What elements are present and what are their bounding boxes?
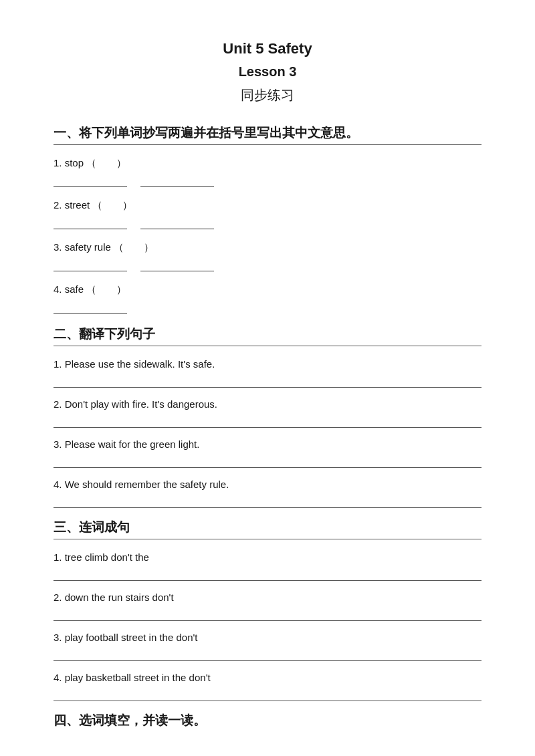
word-label-3: 3. safety rule （ ）: [54, 241, 154, 253]
section3: 三、连词成句 1. tree climb don't the 2. down t…: [54, 519, 481, 701]
sentence-text-s3-1: 1. tree climb don't the: [54, 551, 149, 563]
blank-2a[interactable]: [54, 216, 127, 229]
word-label-4: 4. safe （ ）: [54, 283, 126, 295]
underline-row-3: [54, 258, 481, 271]
sentence-item-s3-4: 4. play basketball street in the don't: [54, 672, 481, 684]
word-item-4: 4. safe （ ）: [54, 283, 481, 296]
word-label-2: 2. street （ ）: [54, 199, 132, 211]
blank-3b[interactable]: [140, 258, 214, 271]
word-label-1: 1. stop （ ）: [54, 157, 126, 168]
word-item-3: 3. safety rule （ ）: [54, 241, 481, 254]
unit-title: Unit 5 Safety: [54, 40, 481, 57]
sentence-item-4: 4. We should remember the safety rule.: [54, 479, 481, 491]
sentence-item-s3-3: 3. play football street in the don't: [54, 632, 481, 644]
section1: 一、将下列单词抄写两遍并在括号里写出其中文意思。 1. stop （ ） 2. …: [54, 124, 481, 313]
section1-heading: 一、将下列单词抄写两遍并在括号里写出其中文意思。: [54, 124, 481, 145]
answer-line-s3-4[interactable]: [54, 686, 481, 701]
blank-3a[interactable]: [54, 258, 127, 271]
sentence-text-4: 4. We should remember the safety rule.: [54, 479, 229, 490]
sentence-item-3: 3. Please wait for the green light.: [54, 438, 481, 451]
subtitle-cn: 同步练习: [54, 86, 481, 104]
underline-row-2: [54, 216, 481, 229]
underline-row-4: [54, 300, 481, 313]
blank-1b[interactable]: [140, 174, 214, 187]
sentence-text-s3-3: 3. play football street in the don't: [54, 632, 198, 643]
section2-heading: 二、翻译下列句子: [54, 326, 481, 346]
sentence-text-3: 3. Please wait for the green light.: [54, 438, 199, 450]
sentence-item-s3-2: 2. down the run stairs don't: [54, 592, 481, 604]
sentence-item-1: 1. Please use the sidewalk. It's safe.: [54, 358, 481, 370]
answer-line-s2-2[interactable]: [54, 413, 481, 428]
lesson-title: Lesson 3: [54, 64, 481, 80]
word-item-2: 2. street （ ）: [54, 199, 481, 212]
underline-row-1: [54, 174, 481, 187]
section4-heading: 四、选词填空，并读一读。: [54, 712, 481, 732]
sentence-item-2: 2. Don't play with fire. It's dangerous.: [54, 398, 481, 410]
blank-2b[interactable]: [140, 216, 214, 229]
sentence-text-s3-4: 4. play basketball street in the don't: [54, 672, 211, 683]
sentence-text-2: 2. Don't play with fire. It's dangerous.: [54, 398, 217, 410]
blank-4a[interactable]: [54, 300, 127, 313]
blank-1a[interactable]: [54, 174, 127, 187]
sentence-text-1: 1. Please use the sidewalk. It's safe.: [54, 358, 215, 370]
answer-line-s3-2[interactable]: [54, 606, 481, 621]
section3-heading: 三、连词成句: [54, 519, 481, 539]
word-item-1: 1. stop （ ）: [54, 157, 481, 170]
answer-line-s2-4[interactable]: [54, 493, 481, 508]
sentence-item-s3-1: 1. tree climb don't the: [54, 551, 481, 563]
answer-line-s3-1[interactable]: [54, 566, 481, 581]
answer-line-s3-3[interactable]: [54, 646, 481, 661]
answer-line-s2-3[interactable]: [54, 453, 481, 468]
answer-line-s2-1[interactable]: [54, 373, 481, 388]
section2: 二、翻译下列句子 1. Please use the sidewalk. It'…: [54, 326, 481, 508]
section4: 四、选词填空，并读一读。: [54, 712, 481, 732]
sentence-text-s3-2: 2. down the run stairs don't: [54, 592, 174, 603]
